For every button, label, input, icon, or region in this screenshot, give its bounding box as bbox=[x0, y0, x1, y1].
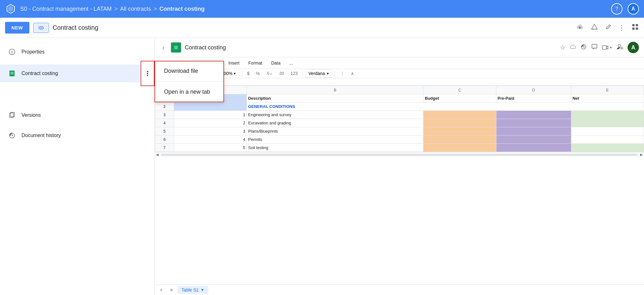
cell-7c[interactable] bbox=[423, 144, 496, 152]
add-sheet-button[interactable]: + bbox=[157, 286, 165, 294]
cell-2b[interactable]: GENERAL CONDITIONS bbox=[247, 103, 644, 111]
cell-5b[interactable]: Plans/Blueprints bbox=[247, 127, 423, 135]
cell-4d[interactable] bbox=[496, 119, 571, 127]
col-header-c[interactable]: C bbox=[423, 86, 496, 94]
menu-format[interactable]: Format bbox=[245, 59, 266, 67]
download-icon[interactable] bbox=[576, 23, 584, 33]
col-header-b[interactable]: B bbox=[247, 86, 423, 94]
app-logo bbox=[5, 3, 16, 15]
active-sheet-tab[interactable]: Table S1 ▼ bbox=[178, 286, 208, 294]
sidebar-item-versions[interactable]: Versions bbox=[0, 106, 155, 124]
decimal-less-button[interactable]: .0↙ bbox=[264, 70, 275, 77]
cell-6c[interactable] bbox=[423, 135, 496, 144]
sidebar-properties-label: Properties bbox=[21, 49, 45, 55]
add-person-icon[interactable] bbox=[616, 43, 624, 52]
cell-6b[interactable]: Permits bbox=[247, 135, 423, 144]
number-format-button[interactable]: 123 bbox=[288, 70, 300, 77]
decimal-more-button[interactable]: .00 bbox=[276, 70, 287, 77]
sidebar-item-doc-history[interactable]: Document history bbox=[0, 127, 155, 144]
cell-6e[interactable] bbox=[571, 135, 644, 144]
col-header-d[interactable]: D bbox=[496, 86, 571, 94]
h-scroll-right[interactable]: ▶ bbox=[639, 153, 644, 156]
cell-6a[interactable]: 4 bbox=[174, 135, 247, 144]
sheet-title: Contract costing bbox=[185, 44, 556, 51]
menu-insert[interactable]: Insert bbox=[225, 59, 243, 67]
cell-3c[interactable] bbox=[423, 111, 496, 119]
horizontal-scrollbar[interactable]: ◀ ▶ bbox=[155, 152, 644, 157]
cell-4c[interactable] bbox=[423, 119, 496, 127]
breadcrumb: S0 - Contract management - LATAM > All c… bbox=[20, 6, 607, 12]
cell-3d[interactable] bbox=[496, 111, 571, 119]
info-icon: i bbox=[8, 47, 16, 56]
versions-icon bbox=[8, 111, 16, 120]
link-button[interactable] bbox=[33, 23, 49, 33]
history-icon bbox=[8, 131, 16, 140]
sheets-list-button[interactable]: ≡ bbox=[167, 286, 175, 294]
drive-icon[interactable] bbox=[590, 23, 598, 33]
cell-7b[interactable]: Soil testing bbox=[247, 144, 423, 152]
cell-4a[interactable]: 2 bbox=[174, 119, 247, 127]
breadcrumb-current: Contract costing bbox=[160, 6, 205, 12]
cell-1c[interactable]: Budget bbox=[423, 94, 496, 103]
video-call-icon[interactable]: ▼ bbox=[602, 44, 612, 51]
cloud-icon[interactable] bbox=[569, 44, 576, 51]
collapse-button[interactable]: ‹ bbox=[160, 43, 167, 53]
new-button[interactable]: NEW bbox=[5, 22, 29, 34]
cell-2a[interactable] bbox=[174, 103, 247, 111]
cell-7d[interactable] bbox=[496, 144, 571, 152]
cell-7a[interactable]: 5 bbox=[174, 144, 247, 152]
open-new-tab-menu-item[interactable]: Open in a new tab bbox=[155, 82, 223, 102]
h-scroll-left[interactable]: ◀ bbox=[155, 153, 160, 156]
user-avatar[interactable]: A bbox=[628, 3, 639, 15]
cell-4e[interactable] bbox=[571, 119, 644, 127]
percent-format-button[interactable]: % bbox=[253, 70, 262, 77]
cell-3b[interactable]: Engineering and survey bbox=[247, 111, 423, 119]
toolbar-collapse-button[interactable]: ∧ bbox=[348, 70, 356, 77]
cell-1d[interactable]: Pre-Paid bbox=[496, 94, 571, 103]
table-row: 2 GENERAL CONDITIONS bbox=[155, 103, 644, 111]
dollar-format-button[interactable]: $ bbox=[245, 70, 252, 77]
cell-5e[interactable] bbox=[571, 127, 644, 135]
cell-1e[interactable]: Net bbox=[571, 94, 644, 103]
svg-marker-1 bbox=[8, 6, 13, 12]
download-file-menu-item[interactable]: Download file bbox=[155, 61, 223, 81]
cell-5a[interactable]: 3 bbox=[174, 127, 247, 135]
breadcrumb-all[interactable]: All contracts bbox=[120, 6, 151, 12]
sidebar-item-properties[interactable]: i Properties bbox=[0, 43, 155, 61]
grid-icon[interactable] bbox=[631, 23, 639, 33]
sheet-avatar[interactable]: A bbox=[628, 42, 639, 53]
h-scroll-track[interactable] bbox=[161, 154, 638, 156]
cell-5c[interactable] bbox=[423, 127, 496, 135]
menu-bar: File Edit View Insert Format Data ... bbox=[155, 57, 644, 69]
more-options-icon[interactable]: ⋮ bbox=[618, 24, 625, 32]
col-header-e[interactable]: E bbox=[571, 86, 644, 94]
cell-4b[interactable]: Excavation and grading bbox=[247, 119, 423, 127]
font-selector[interactable]: Verdana ▼ bbox=[306, 69, 332, 78]
edit-icon[interactable] bbox=[605, 23, 612, 32]
svg-text:i: i bbox=[11, 50, 13, 54]
table-row: 7 5 Soil testing bbox=[155, 144, 644, 152]
svg-point-24 bbox=[618, 44, 621, 47]
second-bar: NEW Contract costing ⋮ bbox=[0, 18, 644, 38]
sidebar-file-content[interactable]: Contract costing bbox=[0, 65, 141, 82]
sidebar-file-label: Contract costing bbox=[21, 71, 58, 76]
cell-7e[interactable] bbox=[571, 144, 644, 152]
cell-1b[interactable]: Description bbox=[247, 94, 423, 103]
cell-5d[interactable] bbox=[496, 127, 571, 135]
help-button[interactable]: ? bbox=[611, 3, 623, 15]
comment-icon[interactable] bbox=[591, 43, 598, 52]
page-title: Contract costing bbox=[53, 24, 572, 31]
file-options-button[interactable] bbox=[141, 61, 155, 86]
breadcrumb-sep2: > bbox=[154, 6, 157, 12]
cell-3e[interactable] bbox=[571, 111, 644, 119]
cell-3a[interactable]: 1 bbox=[174, 111, 247, 119]
star-icon[interactable]: ☆ bbox=[560, 44, 566, 51]
cell-6d[interactable] bbox=[496, 135, 571, 144]
sheet-history-icon[interactable] bbox=[580, 43, 587, 52]
toolbar-more-button[interactable]: ⋮ bbox=[337, 70, 347, 77]
spreadsheet-table: B C D E 1 Description Budget bbox=[155, 86, 644, 152]
menu-data[interactable]: Data bbox=[267, 59, 284, 67]
breadcrumb-s0[interactable]: S0 - Contract management - LATAM bbox=[20, 6, 112, 12]
svg-rect-10 bbox=[9, 71, 15, 76]
menu-more[interactable]: ... bbox=[286, 59, 297, 67]
